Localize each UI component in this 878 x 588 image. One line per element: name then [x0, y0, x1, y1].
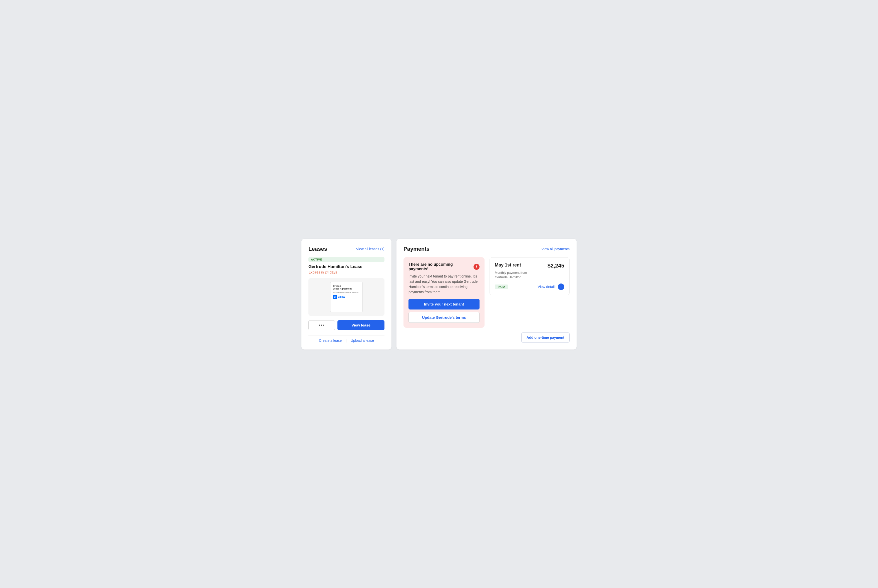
payment-detail-card: May 1st rent $2,245 Monthly payment from…: [490, 257, 570, 295]
alert-header: There are no upcoming payments! !: [409, 262, 480, 271]
zillow-logo: Z Zillow: [333, 295, 345, 299]
zillow-brand-text: Zillow: [338, 296, 345, 298]
payments-card-header: Payments View all payments: [403, 246, 570, 252]
paid-badge: PAID: [495, 285, 508, 289]
lease-doc-preview: OregonLease Agreement 20875 Alderwood Ci…: [308, 278, 385, 316]
lease-expiry: Expires in 24 days: [308, 270, 385, 274]
leases-title: Leases: [308, 246, 327, 252]
leases-card: Leases View all leases (1) ACTIVE Gertru…: [301, 239, 391, 350]
no-payments-alert: There are no upcoming payments! ! Invite…: [403, 257, 484, 328]
payments-right: May 1st rent $2,245 Monthly payment from…: [490, 257, 570, 328]
payment-subtitle: Monthly payment fromGertrude Hamilton: [495, 270, 564, 279]
chevron-down-icon: ›: [558, 284, 564, 290]
alert-title: There are no upcoming payments!: [409, 262, 474, 271]
payments-card-footer: Add one-time payment: [403, 328, 570, 342]
create-lease-link[interactable]: Create a lease: [319, 339, 342, 342]
more-options-button[interactable]: •••: [308, 320, 335, 330]
payments-body: There are no upcoming payments! ! Invite…: [403, 257, 570, 328]
add-one-time-payment-button[interactable]: Add one-time payment: [521, 333, 570, 342]
lease-actions: ••• View lease: [308, 320, 385, 330]
view-all-leases-link[interactable]: View all leases (1): [356, 247, 385, 251]
footer-divider: |: [346, 339, 347, 342]
payment-month: May 1st rent: [495, 262, 521, 268]
lease-footer: Create a lease | Upload a lease: [308, 335, 385, 342]
lease-name: Gertrude Hamilton's Lease: [308, 264, 385, 269]
invite-tenant-button[interactable]: Invite your next tenant: [409, 299, 480, 309]
payments-left: There are no upcoming payments! ! Invite…: [403, 257, 484, 328]
view-details-label: View details: [538, 285, 556, 289]
doc-title: OregonLease Agreement: [333, 285, 352, 291]
alert-text: Invite your next tenant to pay rent onli…: [409, 274, 480, 295]
upload-lease-link[interactable]: Upload a lease: [351, 339, 374, 342]
alert-icon: !: [474, 264, 480, 270]
view-details-link[interactable]: View details ›: [538, 284, 564, 290]
zillow-z-icon: Z: [333, 295, 337, 299]
active-badge: ACTIVE: [308, 257, 385, 262]
view-lease-button[interactable]: View lease: [337, 320, 385, 330]
payments-title: Payments: [403, 246, 430, 252]
view-all-payments-link[interactable]: View all payments: [541, 247, 570, 251]
update-terms-button[interactable]: Update Gertrude's terms: [409, 312, 480, 323]
main-container: Leases View all leases (1) ACTIVE Gertru…: [301, 239, 577, 350]
leases-card-header: Leases View all leases (1): [308, 246, 385, 252]
payment-detail-header: May 1st rent $2,245: [495, 262, 564, 269]
lease-doc-inner: OregonLease Agreement 20875 Alderwood Ci…: [330, 282, 363, 312]
doc-address: 20875 Alderwood Cir Bend, OR 97702: [333, 291, 358, 293]
payment-footer: PAID View details ›: [495, 284, 564, 290]
payment-amount: $2,245: [547, 262, 564, 269]
payments-card: Payments View all payments There are no …: [397, 239, 577, 350]
